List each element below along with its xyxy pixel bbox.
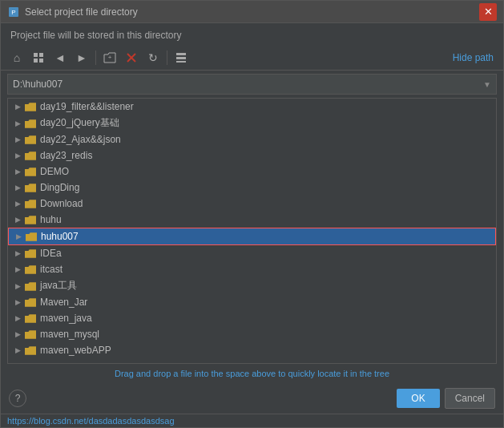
tree-item[interactable]: ▶ maven_mysql: [8, 326, 496, 342]
tree-item-label: day20_jQuery基础: [40, 116, 119, 130]
tree-item-label: huhu007: [41, 231, 79, 242]
tree-item[interactable]: ▶ IDEa: [8, 245, 496, 261]
folder-icon: [24, 280, 37, 293]
list-view-button[interactable]: [171, 48, 191, 67]
tree-item-label: maven_java: [40, 313, 92, 324]
tree-item[interactable]: ▶ day22_Ajax&&json: [8, 131, 496, 147]
svg-rect-5: [39, 59, 43, 63]
tree-item[interactable]: ▶ maven_java: [8, 310, 496, 326]
status-bar: https://blog.csdn.net/dasdadasdasdasdsag: [1, 414, 503, 427]
expand-arrow-icon: ▶: [11, 280, 24, 293]
tree-item-label: Download: [40, 198, 83, 209]
folder-icon: [24, 181, 37, 194]
status-url: https://blog.csdn.net/dasdadasdasdasdsag: [7, 416, 175, 426]
expand-arrow-icon: ▶: [11, 247, 24, 260]
ok-button[interactable]: OK: [397, 389, 439, 408]
toolbar: ⌂ ◄ ► +: [1, 46, 503, 71]
path-bar: D:\huhu007 ▼: [7, 74, 497, 95]
expand-arrow-icon: ▶: [11, 149, 24, 162]
tree-item[interactable]: ▶ day19_filter&&listener: [8, 99, 496, 115]
expand-arrow-icon: ▶: [11, 328, 24, 341]
svg-rect-3: [39, 53, 43, 57]
tree-item[interactable]: ▶ huhu: [8, 212, 496, 228]
tree-item[interactable]: ▶ day20_jQuery基础: [8, 115, 496, 131]
tree-item[interactable]: ▶ day23_redis: [8, 147, 496, 164]
action-buttons: OK Cancel: [397, 388, 495, 409]
tree-item[interactable]: ▶ maven_webAPP: [8, 342, 496, 358]
help-button[interactable]: ?: [9, 390, 26, 407]
close-button[interactable]: ✕: [479, 3, 497, 21]
path-value: D:\huhu007: [13, 79, 483, 90]
tree-item-label: java工具: [40, 279, 77, 293]
new-folder-button[interactable]: +: [100, 48, 119, 67]
expand-arrow-icon: ▶: [11, 117, 24, 130]
folder-icon: [24, 100, 37, 113]
bottom-bar: ? OK Cancel: [1, 383, 503, 414]
svg-rect-10: [176, 57, 186, 59]
grid-view-button[interactable]: [29, 48, 48, 67]
svg-rect-4: [34, 59, 38, 63]
title-bar: P Select project file directory ✕: [1, 1, 503, 23]
expand-arrow-icon: ▶: [11, 197, 24, 210]
tree-item[interactable]: ▶ java工具: [8, 277, 496, 294]
tree-item[interactable]: ▶ huhu007: [8, 228, 496, 245]
file-tree[interactable]: ▶ day19_filter&&listener▶ day20_jQuery基础…: [7, 98, 497, 364]
folder-icon: [24, 328, 37, 341]
expand-arrow-icon: ▶: [11, 100, 24, 113]
expand-arrow-icon: ▶: [11, 165, 24, 178]
folder-icon: [24, 344, 37, 357]
expand-arrow-icon: ▶: [11, 296, 24, 309]
tree-item-label: maven_webAPP: [40, 345, 111, 356]
cancel-button[interactable]: Cancel: [445, 388, 495, 409]
tree-item[interactable]: ▶ itcast: [8, 261, 496, 277]
folder-icon: [24, 117, 37, 130]
tree-item-label: DingDing: [40, 182, 79, 193]
back-button[interactable]: ◄: [50, 48, 70, 67]
tree-item-label: day22_Ajax&&json: [40, 134, 121, 145]
tree-item-label: day19_filter&&listener: [40, 101, 134, 112]
expand-arrow-icon: ▶: [11, 133, 24, 146]
tree-item[interactable]: ▶ Download: [8, 196, 496, 212]
folder-icon: [24, 197, 37, 210]
folder-icon: [25, 230, 38, 243]
folder-icon: [24, 312, 37, 325]
drop-hint-link: quickly locate it in the tree: [288, 369, 389, 378]
expand-arrow-icon: ▶: [11, 312, 24, 325]
drop-hint-text: Drag and drop a file into the space abov…: [115, 369, 288, 378]
separator-2: [167, 50, 167, 65]
drop-hint: Drag and drop a file into the space abov…: [1, 364, 503, 383]
delete-button[interactable]: [122, 48, 141, 67]
expand-arrow-icon: ▶: [12, 230, 25, 243]
forward-button[interactable]: ►: [72, 48, 91, 67]
expand-arrow-icon: ▶: [11, 213, 24, 226]
tree-item-label: maven_mysql: [40, 329, 99, 340]
folder-icon: [24, 263, 37, 276]
tree-item-label: IDEa: [40, 248, 62, 259]
tree-item-label: huhu: [40, 214, 62, 225]
tree-item-label: Maven_Jar: [40, 297, 87, 308]
tree-item-label: DEMO: [40, 166, 69, 177]
tree-item[interactable]: ▶ DingDing: [8, 180, 496, 196]
hide-path-link[interactable]: Hide path: [453, 52, 497, 63]
tree-item[interactable]: ▶ Maven_Jar: [8, 294, 496, 310]
folder-icon: [24, 213, 37, 226]
separator-1: [95, 50, 96, 65]
folder-icon: [24, 149, 37, 162]
tree-item[interactable]: ▶ DEMO: [8, 164, 496, 180]
expand-arrow-icon: ▶: [11, 344, 24, 357]
folder-icon: [24, 133, 37, 146]
expand-arrow-icon: ▶: [11, 263, 24, 276]
title-bar-left: P Select project file directory: [7, 6, 138, 18]
subtitle-text: Project file will be stored in this dire…: [1, 23, 503, 46]
home-button[interactable]: ⌂: [7, 48, 26, 67]
svg-rect-2: [34, 53, 38, 57]
expand-arrow-icon: ▶: [11, 181, 24, 194]
refresh-button[interactable]: ↻: [143, 48, 163, 67]
select-project-directory-dialog: P Select project file directory ✕ Projec…: [0, 0, 504, 428]
app-icon: P: [7, 6, 20, 18]
path-dropdown-arrow[interactable]: ▼: [483, 80, 491, 89]
toolbar-left: ⌂ ◄ ► +: [7, 48, 191, 67]
folder-icon: [24, 247, 37, 260]
folder-icon: [24, 165, 37, 178]
folder-icon: [24, 296, 37, 309]
